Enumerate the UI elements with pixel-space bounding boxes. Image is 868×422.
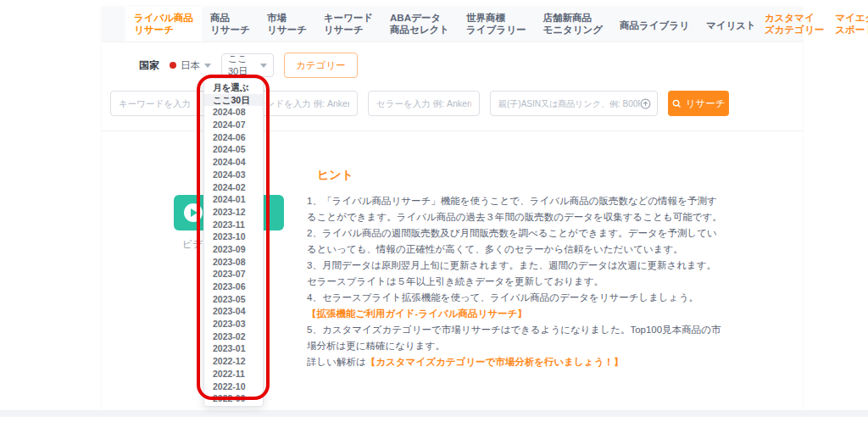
nav-right-item-0[interactable]: カスタマイズカテゴリー [765, 7, 824, 42]
search-button[interactable]: リサーチ [668, 91, 729, 116]
nav-tab-1[interactable]: 商品リサーチ [202, 7, 259, 42]
hint-line: 1、「ライバル商品リサーチ」機能を使うことで、ライバル商品の販売数などの情報を予… [307, 193, 714, 209]
hint-line: ることができます。ライバル商品の過去３年間の販売数のデータを収集することも可能で… [307, 209, 714, 225]
month-option[interactable]: 2023-03 [204, 318, 263, 330]
hint-line: 詳しい解析は【カスタマイズカテゴリーで市場分析を行いましょう！】 [307, 354, 714, 370]
hint-line: 3、月間データは原則翌月上旬に更新されます。また、週間のデータは次週に更新されま… [307, 258, 714, 274]
upload-icon[interactable] [640, 98, 651, 109]
nav-tab-6[interactable]: 店舗新商品モニタリング [534, 7, 611, 42]
nav-tab-3[interactable]: キーワードリサーチ [315, 7, 381, 42]
month-option[interactable]: 2023-07 [204, 268, 263, 280]
play-icon [184, 203, 203, 222]
filter-row: 国家 日本 ここ30日 カテゴリー [139, 53, 803, 77]
nav-tab-2[interactable]: 市場リサーチ [259, 7, 315, 42]
month-option[interactable]: 2024-05 [204, 143, 263, 156]
hint-line: 5、カスタマイズカテゴリーで市場リサーチはできるようになりました。Top100見… [307, 322, 714, 338]
hint-lines: 1、「ライバル商品リサーチ」機能を使うことで、ライバル商品の販売数などの情報を予… [307, 193, 714, 354]
hint-last-line-prefix: 詳しい解析は [307, 357, 366, 367]
month-option[interactable]: 2023-05 [204, 293, 263, 306]
month-option[interactable]: 2024-03 [204, 169, 263, 181]
month-option[interactable]: 2023-01 [204, 342, 263, 355]
month-option[interactable]: 2023-02 [204, 330, 263, 343]
month-option[interactable]: 2023-11 [204, 219, 263, 231]
hint-line: セラースプライトは５年以上引き続きデータを更新しております。 [307, 274, 714, 290]
period-option-selected[interactable]: ここ30日 [204, 94, 263, 107]
caret-down-icon [260, 64, 267, 68]
nav-right-item-1[interactable]: マイエクスポート [835, 7, 868, 42]
month-option[interactable]: 2024-08 [204, 106, 263, 119]
nav-tab-5[interactable]: 世界商標ライブラリー [458, 7, 534, 42]
video-caption: ビデ [182, 238, 203, 251]
month-option[interactable]: 2022-09 [204, 392, 263, 405]
bottom-strip [0, 410, 868, 417]
search-icon [672, 99, 682, 108]
nav-tabs: ライバル商品リサーチ商品リサーチ市場リサーチキーワードリサーチABAデータ商品セ… [125, 7, 765, 42]
hint-line: 4、セラースプライト拡張機能を使って、ライバル商品のデータをリサーチしましょう。 [307, 290, 714, 306]
asin-input[interactable] [498, 99, 640, 108]
category-button[interactable]: カテゴリー [284, 53, 358, 78]
main-panel: ライバル商品リサーチ商品リサーチ市場リサーチキーワードリサーチABAデータ商品セ… [102, 7, 803, 410]
asin-input-group [490, 91, 658, 116]
hint-section: ヒント 1、「ライバル商品リサーチ」機能を使うことで、ライバル商品の販売数などの… [307, 168, 714, 370]
month-option[interactable]: 2023-12 [204, 206, 263, 219]
month-option[interactable]: 2024-02 [204, 181, 263, 194]
hint-line: るといっても、情報の正確性が高くて、多くのセラーから信頼をいただいています。 [307, 242, 714, 258]
nav-tab-7[interactable]: 商品ライブラリ [611, 7, 698, 42]
caret-down-icon [204, 64, 211, 68]
country-value: 日本 [181, 59, 200, 72]
month-option[interactable]: 2023-08 [204, 256, 263, 269]
nav-right: カスタマイズカテゴリーマイエクスポート検索履歴 [765, 7, 868, 42]
hint-guide-link[interactable]: 【拡張機能ご利用ガイド-ライバル商品リサーチ】 [307, 306, 714, 322]
month-option[interactable]: 2022-11 [204, 368, 263, 380]
month-option[interactable]: 2024-06 [204, 131, 263, 144]
month-picker-label[interactable]: 月を選ぶ [204, 81, 263, 94]
nav-tab-4[interactable]: ABAデータ商品セレクト [381, 7, 458, 42]
nav-tab-0[interactable]: ライバル商品リサーチ [125, 7, 202, 42]
country-label: 国家 [139, 58, 159, 73]
hint-title: ヒント [317, 168, 714, 183]
country-select[interactable]: 日本 [170, 59, 211, 72]
month-option[interactable]: 2024-01 [204, 193, 263, 206]
hint-market-analysis-link[interactable]: 【カスタマイズカテゴリーで市場分析を行いましょう！】 [366, 357, 624, 367]
month-option[interactable]: 2023-06 [204, 280, 263, 293]
seller-input[interactable] [368, 91, 480, 116]
hint-line: 場分析は更に精確になります。 [307, 338, 714, 354]
nav-tab-8[interactable]: マイリスト [698, 7, 765, 42]
page: ライバル商品リサーチ商品リサーチ市場リサーチキーワードリサーチABAデータ商品セ… [0, 0, 868, 422]
month-dropdown: 月を選ぶここ30日2024-082024-072024-062024-05202… [203, 78, 264, 407]
hint-line: 2、ライバル商品の週間販売数及び月間販売数を調べることができます。データを予測し… [307, 225, 714, 242]
month-option[interactable]: 2023-10 [204, 230, 263, 243]
search-button-label: リサーチ [686, 97, 726, 110]
month-option[interactable]: 2024-07 [204, 119, 263, 131]
period-select[interactable]: ここ30日 [221, 53, 274, 77]
month-option[interactable]: 2022-12 [204, 355, 263, 368]
japan-flag-icon [170, 62, 176, 69]
month-option[interactable]: 2023-09 [204, 243, 263, 256]
month-option[interactable]: 2022-10 [204, 380, 263, 393]
month-option[interactable]: 2023-04 [204, 305, 263, 318]
top-nav: ライバル商品リサーチ商品リサーチ市場リサーチキーワードリサーチABAデータ商品セ… [102, 7, 803, 42]
period-value: ここ30日 [228, 53, 256, 78]
month-option[interactable]: 2024-04 [204, 156, 263, 169]
